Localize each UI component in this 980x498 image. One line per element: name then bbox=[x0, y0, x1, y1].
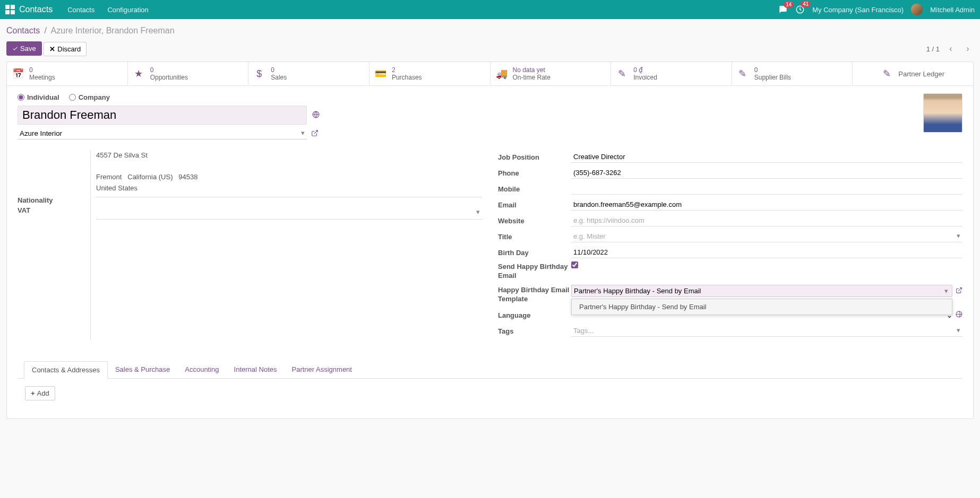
label-nationality: Nationality bbox=[18, 195, 91, 205]
external-link-icon[interactable] bbox=[311, 129, 319, 138]
breadcrumb: Contacts / Azure Interior, Brandon Freem… bbox=[6, 23, 974, 38]
stat-opportunities[interactable]: ★0Opportunities bbox=[128, 62, 249, 85]
edit-icon: ✎ bbox=[881, 68, 892, 80]
calendar-icon: 📅 bbox=[12, 68, 23, 80]
breadcrumb-root[interactable]: Contacts bbox=[6, 26, 40, 35]
stat-partner-ledger[interactable]: ✎Partner Ledger bbox=[853, 62, 973, 85]
messages-badge: 14 bbox=[784, 1, 794, 8]
tab-partner-assignment[interactable]: Partner Assignment bbox=[285, 361, 359, 378]
truck-icon: 🚚 bbox=[496, 68, 506, 80]
send-birthday-checkbox[interactable] bbox=[571, 261, 578, 268]
edit-icon: ✎ bbox=[616, 68, 627, 80]
radio-individual[interactable]: Individual bbox=[18, 93, 59, 101]
stat-ontime[interactable]: 🚚No data yetOn-time Rate bbox=[491, 62, 612, 85]
apps-icon[interactable] bbox=[5, 5, 15, 14]
name-input[interactable] bbox=[18, 106, 307, 125]
pager-text: 1 / 1 bbox=[926, 45, 940, 53]
tab-internal-notes[interactable]: Internal Notes bbox=[227, 361, 285, 378]
app-title: Contacts bbox=[19, 5, 53, 14]
mobile-input[interactable] bbox=[571, 183, 962, 195]
stat-invoiced[interactable]: ✎0 ₫Invoiced bbox=[611, 62, 732, 85]
breadcrumb-leaf: Azure Interior, Brandon Freeman bbox=[51, 26, 175, 35]
tab-accounting[interactable]: Accounting bbox=[177, 361, 226, 378]
user-menu[interactable]: Mitchell Admin bbox=[930, 6, 975, 14]
external-link-icon[interactable] bbox=[956, 287, 962, 295]
globe-icon[interactable] bbox=[312, 111, 320, 120]
globe-icon[interactable] bbox=[956, 311, 962, 319]
stat-row: 📅0Meetings ★0Opportunities $0Sales 💳2Pur… bbox=[7, 62, 973, 86]
discard-button[interactable]: ✕ Discard bbox=[44, 42, 87, 56]
messages-icon[interactable]: 14 bbox=[778, 5, 788, 14]
bday-template-input[interactable] bbox=[571, 285, 952, 297]
pager-prev-icon[interactable]: ‹ bbox=[945, 44, 957, 54]
job-position-input[interactable] bbox=[571, 151, 962, 163]
menu-configuration[interactable]: Configuration bbox=[107, 6, 148, 14]
star-icon: ★ bbox=[133, 68, 144, 80]
menu-contacts[interactable]: Contacts bbox=[67, 6, 94, 14]
form-sheet: 📅0Meetings ★0Opportunities $0Sales 💳2Pur… bbox=[6, 62, 974, 419]
edit-icon: ✎ bbox=[737, 68, 748, 80]
chevron-down-icon[interactable]: ▾ bbox=[955, 326, 962, 334]
topbar-menu: Contacts Configuration bbox=[67, 6, 149, 14]
avatar[interactable] bbox=[911, 4, 923, 15]
stat-purchases[interactable]: 💳2Purchases bbox=[369, 62, 491, 85]
contact-type: Individual Company bbox=[18, 93, 962, 101]
pager: 1 / 1 ‹ › bbox=[926, 44, 974, 54]
company-input[interactable] bbox=[18, 128, 307, 139]
chevron-down-icon[interactable]: ▾ bbox=[299, 129, 307, 137]
stat-sales[interactable]: $0Sales bbox=[248, 62, 369, 85]
dropdown-option[interactable]: Partner's Happy Birthday - Send by Email bbox=[572, 299, 952, 314]
tab-sales-purchase[interactable]: Sales & Purchase bbox=[108, 361, 177, 378]
contact-photo[interactable] bbox=[923, 93, 962, 133]
nationality-input[interactable] bbox=[96, 208, 482, 220]
stat-meetings[interactable]: 📅0Meetings bbox=[7, 62, 128, 85]
dollar-icon: $ bbox=[254, 68, 264, 80]
activities-badge: 41 bbox=[801, 1, 811, 7]
add-button[interactable]: +Add bbox=[25, 386, 55, 400]
phone-input[interactable] bbox=[571, 167, 962, 179]
radio-company[interactable]: Company bbox=[69, 93, 110, 101]
chevron-down-icon[interactable]: ▾ bbox=[474, 208, 482, 216]
save-button[interactable]: Save bbox=[6, 41, 42, 56]
address-block[interactable]: 4557 De Silva St Fremont California (US)… bbox=[96, 150, 482, 197]
topbar: Contacts Contacts Configuration 14 41 My… bbox=[0, 0, 980, 19]
birthday-input[interactable] bbox=[571, 247, 962, 258]
bday-template-dropdown: Partner's Happy Birthday - Send by Email bbox=[571, 299, 952, 315]
chevron-down-icon[interactable]: ▾ bbox=[942, 287, 950, 295]
tags-input[interactable] bbox=[571, 325, 962, 337]
email-input[interactable] bbox=[571, 199, 962, 211]
tab-contacts-addresses[interactable]: Contacts & Addresses bbox=[24, 361, 108, 379]
chevron-down-icon[interactable]: ▾ bbox=[955, 232, 962, 240]
tabs: Contacts & Addresses Sales & Purchase Ac… bbox=[18, 361, 962, 379]
company-switcher[interactable]: My Company (San Francisco) bbox=[812, 6, 904, 14]
pager-next-icon[interactable]: › bbox=[962, 44, 974, 54]
label-vat: VAT bbox=[18, 205, 91, 215]
website-input[interactable] bbox=[571, 215, 962, 226]
stat-supplier-bills[interactable]: ✎0Supplier Bills bbox=[732, 62, 853, 85]
activities-icon[interactable]: 41 bbox=[795, 5, 805, 14]
title-input[interactable] bbox=[571, 231, 962, 242]
card-icon: 💳 bbox=[375, 68, 385, 80]
